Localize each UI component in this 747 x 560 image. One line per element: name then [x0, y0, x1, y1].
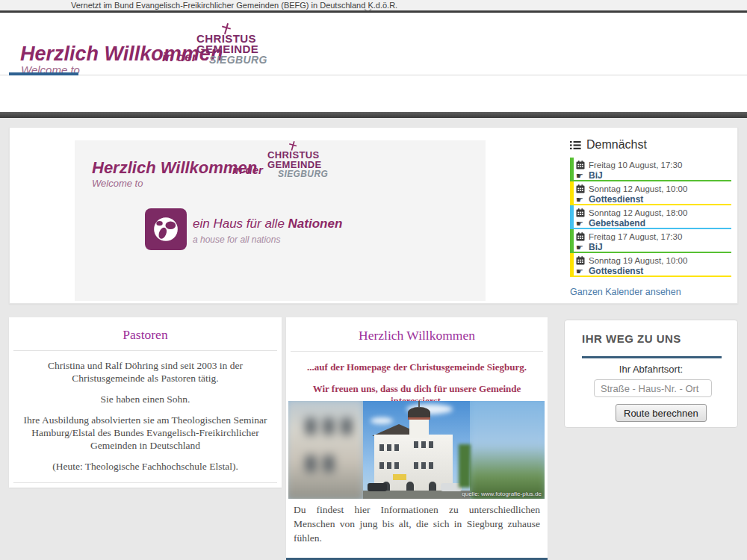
befg-topbar-text: Vernetzt im Bund Evangelisch-Freikirchli… — [71, 1, 397, 10]
event-color-bar — [570, 181, 574, 205]
route-widget: IHR WEG ZU UNS Ihr Abfahrtsort: Route be… — [564, 320, 738, 428]
banner-welcome: Welcome to — [92, 178, 143, 189]
upcoming-events-widget: Demnächst Freitag 10 August, 17:30 ☛ BiJ… — [570, 138, 731, 298]
banner-slogan: ein Haus für alle Nationen — [193, 217, 342, 231]
pastoren-heading: Pastoren — [9, 327, 282, 343]
list-icon — [570, 140, 581, 150]
logo-line-gemeinde: GEMEINDE — [196, 44, 267, 55]
logo-line-siegburg: SIEGBURG — [267, 169, 328, 179]
banner-in-der: in der — [232, 164, 263, 176]
pastoren-section: Pastoren Christina und Ralf Döhring sind… — [9, 317, 282, 488]
logo-line-siegburg: SIEGBURG — [196, 55, 267, 65]
event-color-bar — [570, 158, 574, 181]
hand-pointer-icon: ☛ — [576, 196, 585, 204]
event-title[interactable]: Gottesdienst — [589, 266, 643, 276]
event-item[interactable]: Freitag 17 August, 17:30 ☛ BiJ — [570, 229, 731, 253]
paragraph: Christina und Ralf Döhring sind seit 200… — [19, 359, 271, 385]
welcome-text: Du findest hier Informationen zu untersc… — [294, 503, 540, 560]
hero-section: Herzlich Willkommen in der Welcome to CH… — [9, 127, 738, 304]
event-item[interactable]: Freitag 10 August, 17:30 ☛ BiJ — [570, 158, 731, 181]
event-item[interactable]: Sonntag 12 August, 10:00 ☛ Gottesdienst — [570, 181, 731, 205]
section-divider-band — [0, 112, 747, 118]
church-building-photo: quelle: www.fotografie-plus.de — [288, 401, 545, 499]
calendar-icon — [576, 256, 585, 265]
event-color-bar — [570, 229, 574, 253]
globe-tile — [145, 208, 187, 250]
event-title[interactable]: BiJ — [589, 170, 603, 181]
event-list: Freitag 10 August, 17:30 ☛ BiJ Sonntag 1… — [570, 158, 731, 277]
church-logo-banner: CHRISTUS GEMEINDE SIEGBURG — [267, 151, 328, 179]
welcome-heading: Herzlich Willkommen — [286, 328, 548, 343]
route-heading-underline — [582, 356, 722, 358]
calendar-icon — [576, 184, 585, 193]
event-title[interactable]: BiJ — [589, 242, 603, 252]
header-in-der: in der — [162, 50, 196, 65]
event-color-bar — [570, 205, 574, 229]
event-title[interactable]: Gebetsabend — [589, 218, 645, 228]
route-heading: IHR WEG ZU UNS — [582, 332, 681, 345]
welcome-intro: ...auf der Homepage der Christusgemeinde… — [286, 361, 548, 407]
full-calendar-link[interactable]: Ganzen Kalender ansehen — [570, 287, 681, 297]
intro-line: ...auf der Homepage der Christusgemeinde… — [292, 361, 542, 373]
photo-blur-right — [468, 401, 545, 499]
paragraph: Du findest hier Informationen zu untersc… — [294, 503, 540, 545]
photo-center — [363, 401, 470, 499]
upcoming-header: Demnächst — [570, 138, 731, 152]
befg-topbar: Vernetzt im Bund Evangelisch-Freikirchli… — [0, 0, 747, 10]
calendar-icon — [576, 161, 585, 169]
divider — [291, 351, 543, 352]
upcoming-title: Demnächst — [586, 138, 647, 152]
departure-label: Ihr Abfahrtsort: — [565, 364, 737, 375]
event-color-bar — [570, 253, 574, 277]
divider — [13, 350, 277, 351]
photo-credit: quelle: www.fotografie-plus.de — [462, 491, 542, 497]
event-date: Freitag 10 August, 17:30 — [589, 161, 682, 169]
event-item[interactable]: Sonntag 12 August, 18:00 ☛ Gebetsabend — [570, 205, 731, 229]
event-date: Freitag 17 August, 17:30 — [589, 232, 682, 241]
departure-input[interactable] — [594, 379, 712, 397]
event-date: Sonntag 19 August, 10:00 — [589, 256, 687, 265]
pastoren-text: Christina und Ralf Döhring sind seit 200… — [9, 359, 282, 473]
divider — [13, 482, 277, 483]
globe-icon — [152, 215, 180, 243]
hand-pointer-icon: ☛ — [576, 220, 585, 228]
route-calculate-button[interactable]: Route berechnen — [616, 404, 707, 422]
calendar-icon — [576, 232, 585, 241]
calendar-icon — [576, 208, 585, 217]
photo-blur-left — [288, 401, 365, 499]
hand-pointer-icon: ☛ — [576, 172, 585, 180]
hand-pointer-icon: ☛ — [576, 267, 585, 276]
paragraph: Sie haben einen Sohn. — [19, 393, 271, 405]
paragraph: Ihre Ausbildung absolvierten sie am Theo… — [19, 414, 271, 452]
event-item[interactable]: Sonntag 19 August, 10:00 ☛ Gottesdienst — [570, 253, 731, 277]
event-date: Sonntag 12 August, 18:00 — [589, 208, 687, 217]
welcome-banner: Herzlich Willkommen in der Welcome to CH… — [75, 140, 486, 301]
site-header: Herzlich Willkommen in der Welcome to CH… — [0, 13, 747, 75]
main-nav: Startseite Übersicht GemeindeNewsKalende… — [0, 75, 747, 112]
event-title[interactable]: Gottesdienst — [589, 194, 643, 205]
hand-pointer-icon: ☛ — [576, 243, 585, 252]
event-date: Sonntag 12 August, 10:00 — [589, 184, 687, 193]
banner-slogan-en: a house for all nations — [193, 234, 280, 245]
paragraph: (Heute: Theologische Fachhochschule Elst… — [19, 460, 271, 473]
welcome-section: Herzlich Willkommen ...auf der Homepage … — [286, 317, 548, 560]
church-logo: CHRISTUS GEMEINDE SIEGBURG — [196, 34, 267, 65]
